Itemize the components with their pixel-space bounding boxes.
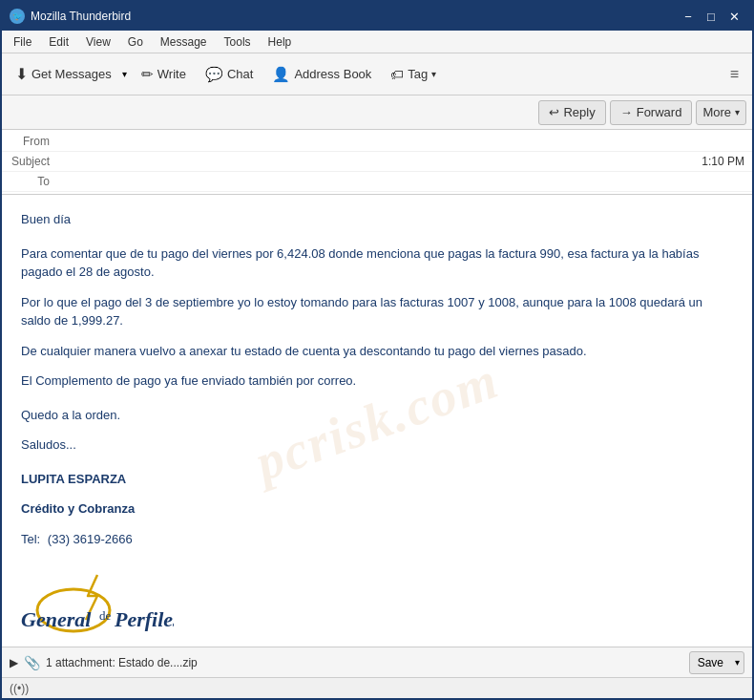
write-button[interactable]: ✏ Write [134,58,194,91]
save-button[interactable]: Save [690,654,731,671]
title-bar-left: 🐦 Mozilla Thunderbird [10,9,131,24]
from-label: From [10,135,57,148]
subject-row: Subject 1:10 PM [2,152,752,172]
get-messages-group: ⬇ Get Messages ▾ [8,58,130,91]
save-dropdown-button[interactable]: ▾ [731,655,744,669]
sender-dept: Crédito y Cobranza [21,499,733,519]
expand-icon[interactable]: ▶ [10,656,18,669]
svg-text:de: de [99,608,112,623]
chat-button[interactable]: 💬 Chat [198,58,261,91]
attachment-name: 1 attachment: Estado de....zip [46,656,198,669]
menu-tools[interactable]: Tools [217,33,259,51]
sender-name: LUPITA ESPARZA [21,470,733,489]
paragraph3: De cualquier manera vuelvo a anexar tu e… [21,342,733,361]
tel-value: (33) 3619-2666 [48,532,133,546]
sign1: Quedo a la orden. [21,406,733,425]
tag-arrow-icon: ▾ [431,69,436,79]
status-bar: ((•)) [2,677,752,698]
menu-edit[interactable]: Edit [41,33,76,51]
save-group: Save ▾ [689,651,744,674]
reply-button[interactable]: ↩ Reply [538,100,605,125]
chat-icon: 💬 [205,66,223,83]
address-book-label: Address Book [294,67,371,81]
get-messages-arrow[interactable]: ▾ [119,65,130,83]
company-logo: General de Perfiles [21,567,733,634]
connection-status-icon: ((•)) [10,682,29,695]
svg-text:Perfiles: Perfiles [114,607,174,631]
sign2: Saludos... [21,435,733,455]
attachment-bar: ▶ 📎 1 attachment: Estado de....zip Save … [2,647,752,677]
toolbar: ⬇ Get Messages ▾ ✏ Write 💬 Chat 👤 Addres… [2,53,752,95]
paragraph2: Por lo que el pago del 3 de septiembre y… [21,293,733,330]
forward-button[interactable]: → Forward [610,100,693,125]
paragraph1: Para comentar que de tu pago del viernes… [21,244,733,282]
menu-view[interactable]: View [78,33,118,51]
address-book-icon: 👤 [272,66,290,83]
tel-label: Tel: [21,532,40,546]
paperclip-icon: 📎 [24,655,40,670]
menu-bar: File Edit View Go Message Tools Help [2,31,752,53]
title-bar: 🐦 Mozilla Thunderbird − □ ✕ [2,2,752,31]
email-header: From Subject 1:10 PM To [2,130,752,195]
forward-label: Forward [637,105,682,119]
write-icon: ✏ [141,66,154,83]
greeting-text: Buen día [21,210,733,229]
maximize-button[interactable]: □ [701,8,722,25]
tag-icon: 🏷 [390,67,404,82]
more-button[interactable]: More ▾ [696,100,746,125]
more-arrow-icon: ▾ [735,107,740,117]
main-window: 🐦 Mozilla Thunderbird − □ ✕ File Edit Vi… [0,0,754,700]
email-time: 1:10 PM [702,155,744,168]
menu-go[interactable]: Go [120,33,151,51]
chat-label: Chat [227,67,253,81]
get-messages-button[interactable]: ⬇ Get Messages [8,58,119,91]
attachment-info: ▶ 📎 1 attachment: Estado de....zip [10,655,198,670]
from-row: From [2,132,752,152]
logo-svg: General de Perfiles [21,567,174,634]
paragraph4: El Complemento de pago ya fue enviado ta… [21,371,733,391]
to-row: To [2,172,752,192]
menu-file[interactable]: File [6,33,39,51]
to-label: To [10,175,57,188]
window-controls: − □ ✕ [678,8,744,25]
menu-message[interactable]: Message [153,33,215,51]
forward-icon: → [620,105,633,119]
tag-label: Tag [408,67,428,81]
tag-button[interactable]: 🏷 Tag ▾ [383,58,444,91]
action-bar: ↩ Reply → Forward More ▾ [2,95,752,130]
reply-label: Reply [563,105,595,119]
write-label: Write [157,67,186,81]
svg-text:General: General [21,607,92,631]
email-body: pcrisk.com Buen día Para comentar que de… [2,195,752,647]
sender-tel: Tel: (33) 3619-2666 [21,530,733,549]
subject-label: Subject [10,155,57,168]
get-messages-label: Get Messages [31,67,112,81]
app-icon: 🐦 [10,9,25,24]
window-title: Mozilla Thunderbird [31,10,131,23]
menu-help[interactable]: Help [261,33,300,51]
address-book-button[interactable]: 👤 Address Book [264,58,379,91]
toolbar-menu-button[interactable]: ≡ [723,62,746,87]
reply-icon: ↩ [549,105,559,119]
get-messages-icon: ⬇ [15,65,28,83]
more-label: More [702,105,731,119]
minimize-button[interactable]: − [678,8,699,25]
close-button[interactable]: ✕ [723,8,744,25]
